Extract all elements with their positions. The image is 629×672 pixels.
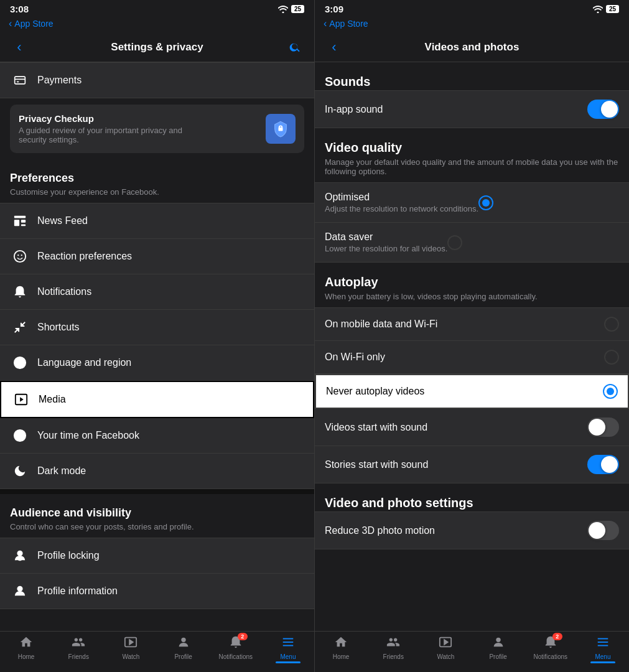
tab-watch-left[interactable]: Watch <box>105 635 157 663</box>
settings-item-profile-info[interactable]: Profile information <box>0 574 314 609</box>
stories-sound-label: Stories start with sound <box>325 459 587 470</box>
tab-indicator-right <box>590 661 615 663</box>
wifi-only-radio[interactable] <box>604 350 619 365</box>
svg-rect-5 <box>14 216 26 218</box>
tab-bar-left: Home Friends Watch <box>0 631 314 672</box>
notifications-icon <box>10 282 30 302</box>
menu-svg-right <box>596 635 610 649</box>
settings-item-time[interactable]: Your time on Facebook <box>0 418 314 454</box>
svg-point-24 <box>181 638 185 642</box>
settings-item-language[interactable]: Language and region <box>0 345 314 381</box>
dark-mode-icon <box>10 461 30 481</box>
svg-point-21 <box>17 587 22 591</box>
tab-home-right[interactable]: Home <box>315 635 367 663</box>
settings-item-news-feed[interactable]: News Feed <box>0 203 314 239</box>
dark-mode-label: Dark mode <box>37 465 86 477</box>
payments-item[interactable]: Payments <box>0 62 314 98</box>
settings-item-reaction[interactable]: Reaction preferences <box>0 239 314 274</box>
tab-watch-right[interactable]: Watch <box>419 635 472 663</box>
privacy-card[interactable]: Privacy Checkup A guided review of your … <box>10 105 304 153</box>
mobile-data-wifi-label: On mobile data and Wi-Fi <box>325 319 604 330</box>
menu-icon-left <box>281 635 295 652</box>
reaction-label: Reaction preferences <box>37 251 132 262</box>
profile-info-icon <box>10 581 30 601</box>
privacy-card-title: Privacy Checkup <box>19 113 193 124</box>
back-button-left[interactable]: ‹ <box>10 39 29 55</box>
tab-menu-label-left: Menu <box>280 653 296 660</box>
optimised-radio[interactable] <box>478 195 493 210</box>
tab-home-label-right: Home <box>333 653 350 660</box>
profile-lock-svg <box>13 549 27 562</box>
profile-locking-icon <box>10 546 30 566</box>
in-app-sound-row[interactable]: In-app sound <box>315 90 629 128</box>
settings-item-profile-locking[interactable]: Profile locking <box>0 538 314 574</box>
settings-item-dark-mode[interactable]: Dark mode <box>0 454 314 489</box>
never-autoplay-radio[interactable] <box>603 384 618 399</box>
videos-sound-toggle[interactable] <box>587 418 619 437</box>
svg-rect-8 <box>21 225 26 226</box>
mobile-data-wifi-radio[interactable] <box>604 317 619 332</box>
tab-friends-right[interactable]: Friends <box>367 635 419 663</box>
news-feed-label: News Feed <box>37 215 88 226</box>
stories-sound-row[interactable]: Stories start with sound <box>315 446 629 483</box>
in-app-sound-toggle-thumb <box>601 101 618 118</box>
privacy-card-image <box>266 114 296 144</box>
profile-info-label: Profile information <box>37 586 118 597</box>
optimised-sublabel: Adjust the resolution to network conditi… <box>325 204 478 213</box>
watch-icon-right <box>439 635 452 652</box>
status-icons-left: 25 <box>278 5 304 13</box>
media-svg <box>14 393 28 406</box>
reaction-svg <box>13 250 27 263</box>
back-button-right[interactable]: ‹ <box>325 39 343 55</box>
reduce-3d-row[interactable]: Reduce 3D photo motion <box>315 511 629 549</box>
settings-item-notifications[interactable]: Notifications <box>0 274 314 310</box>
mobile-data-wifi-row[interactable]: On mobile data and Wi-Fi <box>315 307 629 341</box>
tab-profile-left[interactable]: Profile <box>157 635 210 663</box>
in-app-sound-label: In-app sound <box>325 104 587 115</box>
watch-svg-right <box>439 635 452 649</box>
tab-notifications-right[interactable]: 2 Notifications <box>524 635 577 663</box>
back-arrow-right: ‹ <box>324 18 327 29</box>
tab-profile-right[interactable]: Profile <box>472 635 524 663</box>
settings-item-shortcuts[interactable]: Shortcuts <box>0 310 314 345</box>
privacy-card-text: Privacy Checkup A guided review of your … <box>19 113 193 144</box>
friends-icon-left <box>72 635 85 652</box>
shortcuts-icon <box>10 317 30 337</box>
tab-menu-label-right: Menu <box>595 653 610 660</box>
privacy-card-subtitle: A guided review of your important privac… <box>19 126 193 144</box>
svg-point-30 <box>496 638 500 642</box>
videos-sound-label: Videos start with sound <box>325 422 587 433</box>
reduce-3d-toggle[interactable] <box>587 521 619 540</box>
data-saver-row[interactable]: Data saver Lower the resolution for all … <box>315 223 629 263</box>
left-panel: 3:08 25 ‹ App Store ‹ Settings & privacy <box>0 0 315 672</box>
optimised-row[interactable]: Optimised Adjust the resolution to netwo… <box>315 182 629 223</box>
tab-menu-right[interactable]: Menu <box>577 635 629 663</box>
svg-rect-20 <box>19 558 21 561</box>
language-svg <box>13 356 27 370</box>
in-app-sound-toggle[interactable] <box>587 100 619 119</box>
search-icon-left <box>289 41 301 54</box>
never-autoplay-label: Never autoplay videos <box>326 386 603 397</box>
svg-point-19 <box>17 551 22 556</box>
wifi-only-row[interactable]: On Wi-Fi only <box>315 341 629 374</box>
stories-sound-toggle[interactable] <box>587 455 619 474</box>
tab-menu-left[interactable]: Menu <box>262 635 314 663</box>
videos-sound-row[interactable]: Videos start with sound <box>315 409 629 446</box>
search-button-left[interactable] <box>286 41 304 54</box>
battery-badge-right: 25 <box>606 5 619 13</box>
data-saver-radio[interactable] <box>447 235 462 250</box>
tab-notifications-label-right: Notifications <box>534 653 567 660</box>
never-autoplay-row[interactable]: Never autoplay videos <box>315 374 629 409</box>
reaction-icon <box>10 246 30 266</box>
payments-icon <box>10 70 30 90</box>
settings-item-media[interactable]: Media <box>0 381 314 418</box>
menu-svg-left <box>281 635 295 649</box>
tab-notifications-left[interactable]: 2 Notifications <box>210 635 262 663</box>
tab-friends-left[interactable]: Friends <box>52 635 105 663</box>
wifi-icon-left <box>278 6 288 13</box>
home-icon-left <box>19 635 33 652</box>
status-bar-right: 3:09 25 <box>315 0 629 17</box>
time-icon <box>10 426 30 446</box>
home-svg-right <box>334 635 348 649</box>
tab-home-left[interactable]: Home <box>0 635 52 663</box>
